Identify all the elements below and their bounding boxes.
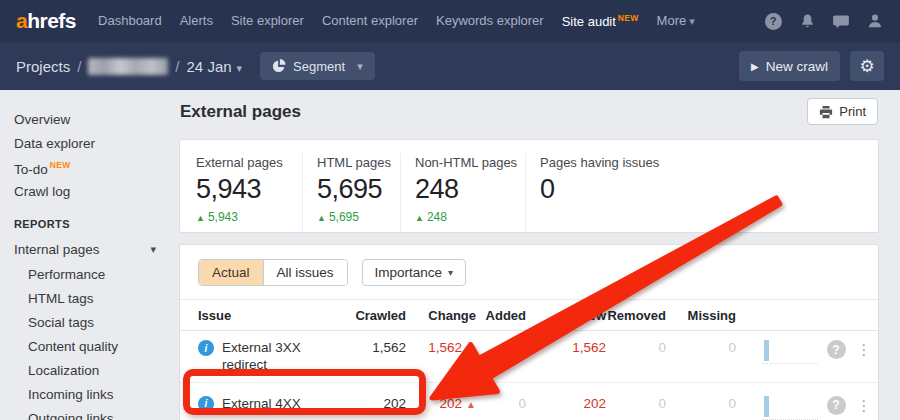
- stat-pages-having-issues: Pages having issues 0: [525, 153, 862, 232]
- sidebar-item-incoming-links[interactable]: Incoming links: [28, 387, 156, 401]
- nav-keywords-explorer[interactable]: Keywords explorer: [436, 13, 544, 28]
- crawled-value: 202: [346, 396, 406, 411]
- settings-button[interactable]: ⚙: [850, 51, 884, 81]
- chevron-down-icon: ▾: [357, 60, 363, 73]
- history-sparkline: [762, 396, 818, 420]
- sidebar-reports-header: REPORTS: [14, 218, 156, 230]
- project-name-redacted[interactable]: [88, 58, 168, 75]
- tab-actual[interactable]: Actual: [199, 260, 263, 285]
- chevron-down-icon: ▾: [150, 243, 156, 256]
- person-icon: [866, 12, 884, 30]
- missing-value: 0: [666, 340, 736, 355]
- tab-all-issues[interactable]: All issues: [263, 260, 347, 285]
- header-missing: Missing: [666, 308, 736, 323]
- page-title: External pages: [180, 102, 301, 122]
- chevron-down-icon: ▾: [448, 267, 453, 278]
- chevron-down-icon: ▾: [689, 15, 695, 27]
- history-sparkline: [762, 340, 818, 364]
- help-button[interactable]: ?: [764, 12, 782, 30]
- stat-external-pages: External pages 5,943 ▲5,943: [196, 153, 302, 232]
- up-triangle-icon: ▲: [317, 213, 326, 223]
- sidebar-item-social-tags[interactable]: Social tags: [28, 315, 156, 329]
- main-content: External pages Print External pages 5,94…: [180, 90, 878, 420]
- nav-alerts[interactable]: Alerts: [180, 13, 213, 28]
- logo-rest: hrefs: [27, 9, 76, 32]
- sidebar-item-outgoing-links[interactable]: Outgoing links: [28, 411, 156, 420]
- header-removed: Removed: [606, 308, 666, 323]
- sidebar-item-html-tags[interactable]: HTML tags: [28, 291, 156, 305]
- importance-dropdown[interactable]: Importance ▾: [362, 259, 467, 286]
- segment-button[interactable]: Segment ▾: [260, 52, 375, 80]
- print-button[interactable]: Print: [807, 98, 878, 125]
- change-value: 1,562▲: [406, 340, 476, 355]
- sidebar-item-performance[interactable]: Performance: [28, 267, 156, 281]
- logo-letter-a: a: [16, 9, 27, 32]
- issue-label[interactable]: External 4XX: [222, 396, 301, 413]
- table-toolbar: Actual All issues Importance ▾: [180, 259, 878, 286]
- printer-icon: [819, 105, 833, 119]
- sparkline-bar: [764, 340, 769, 361]
- info-icon[interactable]: i: [198, 340, 214, 356]
- new-crawl-button[interactable]: ▶ New crawl: [739, 51, 840, 81]
- project-bar-actions: ▶ New crawl ⚙: [739, 51, 884, 81]
- gear-icon: ⚙: [859, 56, 874, 77]
- header-crawled: Crawled: [346, 308, 406, 323]
- nav-site-audit[interactable]: Site auditNEW: [562, 13, 639, 29]
- issues-table-card: Actual All issues Importance ▾ Issue Cra…: [180, 245, 878, 420]
- up-triangle-icon: ▲: [466, 399, 476, 410]
- sidebar-item-internal-pages[interactable]: Internal pages ▾: [14, 242, 156, 257]
- row-menu-icon[interactable]: ⋮: [854, 396, 874, 415]
- nav-site-explorer[interactable]: Site explorer: [231, 13, 304, 28]
- pie-chart-icon: [272, 59, 286, 73]
- issue-cell: i External 3XX redirect: [198, 340, 346, 374]
- account-button[interactable]: [866, 12, 884, 30]
- help-icon: ?: [765, 13, 782, 30]
- header-change: Change: [406, 308, 476, 323]
- notifications-button[interactable]: [798, 12, 816, 30]
- removed-value: 0: [606, 396, 666, 411]
- project-bar: Projects / / 24 Jan▾ Segment ▾ ▶ New cra…: [0, 42, 900, 90]
- header-issue: Issue: [198, 308, 346, 323]
- nav-more[interactable]: More▾: [657, 13, 695, 28]
- stats-card: External pages 5,943 ▲5,943 HTML pages 5…: [180, 140, 878, 232]
- table-header-row: Issue Crawled Change Added New Removed M…: [180, 299, 878, 331]
- added-value: 0: [476, 396, 526, 411]
- up-triangle-icon: ▲: [415, 213, 424, 223]
- feedback-button[interactable]: [832, 12, 850, 30]
- nav-content-explorer[interactable]: Content explorer: [322, 13, 418, 28]
- view-segmented-control: Actual All issues: [198, 259, 348, 286]
- row-help-icon[interactable]: ?: [827, 340, 846, 359]
- sidebar-item-overview[interactable]: Overview: [14, 112, 156, 126]
- breadcrumb-projects[interactable]: Projects: [16, 58, 70, 75]
- row-menu-icon[interactable]: ⋮: [854, 340, 874, 359]
- sidebar-item-data-explorer[interactable]: Data explorer: [14, 136, 156, 150]
- row-help-icon[interactable]: ?: [827, 396, 846, 415]
- table-row-external-3xx: i External 3XX redirect 1,562 1,562▲ 0 1…: [180, 331, 878, 383]
- new-badge: NEW: [618, 13, 639, 23]
- stat-delta: ▲5,943: [196, 210, 302, 224]
- navbar-right-icons: ?: [764, 12, 884, 30]
- missing-value: 0: [666, 396, 736, 411]
- new-value: 202: [526, 396, 606, 411]
- bell-icon: [799, 13, 816, 30]
- info-icon[interactable]: i: [198, 396, 214, 412]
- sidebar-item-content-quality[interactable]: Content quality: [28, 339, 156, 353]
- header-added: Added: [476, 308, 526, 323]
- removed-value: 0: [606, 340, 666, 355]
- top-navbar: ahrefs Dashboard Alerts Site explorer Co…: [0, 0, 900, 42]
- chat-window-icon: [832, 12, 850, 30]
- issue-label[interactable]: External 3XX redirect: [222, 340, 344, 374]
- chevron-down-icon: ▾: [237, 62, 243, 74]
- stat-non-html-pages: Non-HTML pages 248 ▲248: [400, 153, 525, 232]
- nav-dashboard[interactable]: Dashboard: [98, 13, 162, 28]
- sidebar-item-crawl-log[interactable]: Crawl log: [14, 184, 156, 198]
- sidebar-item-todo[interactable]: To-doNEW: [14, 160, 156, 174]
- up-triangle-icon: ▲: [466, 343, 476, 354]
- ahrefs-logo[interactable]: ahrefs: [16, 9, 76, 33]
- sidebar-item-localization[interactable]: Localization: [28, 363, 156, 377]
- up-triangle-icon: ▲: [196, 213, 205, 223]
- stat-delta: ▲5,695: [317, 210, 400, 224]
- crawl-date-dropdown[interactable]: 24 Jan▾: [187, 58, 243, 75]
- new-value: 1,562: [526, 340, 606, 355]
- added-value: 0: [476, 340, 526, 355]
